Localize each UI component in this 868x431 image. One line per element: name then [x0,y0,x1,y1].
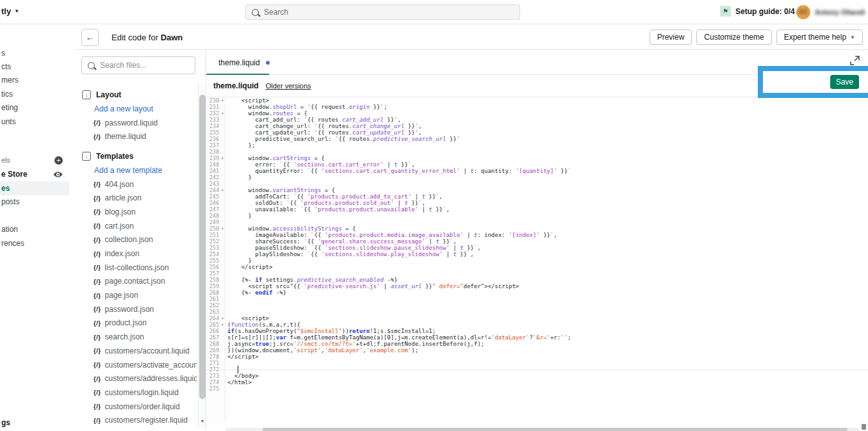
add-channel-icon[interactable]: + [54,156,63,165]
code-line[interactable]: } [227,213,868,219]
file-row[interactable]: {/}customers/activate_account.li [76,358,197,372]
fold-arrow-icon[interactable]: ▾ [219,321,224,328]
fold-arrow-icon[interactable]: ▾ [219,315,224,321]
sidebar-subitem[interactable]: posts [0,195,76,209]
code-line[interactable]: } [227,257,868,264]
sidebar-item[interactable]: tics [0,87,76,101]
code-line[interactable] [227,360,868,366]
file-row[interactable]: {/}product.json [76,316,197,330]
global-search-input[interactable]: Search [245,4,520,20]
search-files-input[interactable]: Search files... [81,56,195,74]
code-line[interactable]: window.cartStrings = { [227,155,868,161]
scrollbar-thumb[interactable] [199,95,206,399]
code-line[interactable]: </html> [227,379,868,386]
code-line[interactable]: error: `{{ 'sections.cart.cart_error' | … [227,161,868,168]
code-line[interactable] [227,296,868,302]
code-line[interactable]: soldOut: `{{ 'products.product.sold_out'… [227,200,868,206]
code-line[interactable]: } [227,174,868,181]
code-line[interactable] [227,219,868,225]
code-line[interactable]: pauseSlideshow: `{{ 'sections.slideshow.… [227,245,868,251]
file-row[interactable]: {/}customers/login.liquid [76,386,197,400]
code-line[interactable]: <script> [227,97,868,104]
expert-theme-help-button[interactable]: Expert theme help▼ [776,29,863,45]
file-row[interactable]: {/}customers/register.liquid [76,413,197,427]
code-line[interactable]: window.variantStrings = { [227,187,868,193]
code-line[interactable]: </script> [227,264,868,270]
file-row[interactable]: {/}search.json [76,330,197,344]
code-line[interactable]: (function(s,m,a,r,t){ [227,321,868,328]
fold-arrow-icon[interactable]: ▾ [219,155,224,161]
fold-arrow-icon[interactable]: ▾ [219,225,224,232]
file-row[interactable]: {/}password.liquid [76,116,197,130]
code-line[interactable]: if(s.hasOwnProperty("$smcInstall"))retur… [227,328,868,334]
fullscreen-icon[interactable] [850,56,860,65]
code-line[interactable]: j.async=true;j.src='//smct.co/tm/?t='+t+… [227,341,868,347]
code-line[interactable]: quantityError: `{{ 'sections.cart.cart_q… [227,168,868,174]
file-row[interactable]: {/}customers/addresses.liquid [76,371,197,386]
older-versions-link[interactable]: Older versions [266,82,311,90]
code-line[interactable]: window.shopUrl = '{{ request.origin }}'; [227,104,868,110]
tab-theme-liquid[interactable]: theme.liquid [206,50,282,75]
code-line[interactable]: }; [227,142,868,149]
store-switcher[interactable]: tly ▼ [1,6,19,16]
code-line[interactable]: unavailable: `{{ 'products.product.unava… [227,206,868,213]
scrollbar-down-arrow[interactable]: ▼ [199,417,206,426]
user-menu[interactable]: AC Antony Oliandi [796,5,865,19]
code-line[interactable]: <script> [227,315,868,321]
add-new-file-link[interactable]: Add a new template [76,163,197,177]
scrollbar-thumb[interactable] [263,428,848,431]
sidebar-item[interactable]: cts [0,60,76,73]
code-line[interactable]: </body> [227,373,868,379]
code-line[interactable]: s[r]=s[r]||[];var f=m.getElementsByTagNa… [227,334,868,341]
sidebar-item-settings[interactable]: gs [1,418,10,427]
setup-guide-button[interactable]: ⚑ Setup guide: 0/4 [720,6,795,17]
code-line[interactable]: {%- endif -%} [227,289,868,296]
code-line[interactable]: cart_change_url: '{{ routes.cart_change_… [227,123,868,129]
sidebar-subitem[interactable] [0,209,76,223]
file-row[interactable]: {/}page.json [76,288,197,302]
file-row[interactable]: {/}customers/account.liquid [76,344,197,358]
file-row[interactable]: {/}customers/order.liquid [76,400,197,414]
save-button[interactable]: Save [830,75,859,89]
file-row[interactable]: {/}theme.liquid [76,129,197,143]
file-row[interactable]: {/}index.json [76,247,197,261]
code-line[interactable]: addToCart: `{{ 'products.product.add_to_… [227,193,868,200]
sidebar-item[interactable]: unts [0,115,76,128]
code-line[interactable]: })(window,document,'script','dataLayer',… [227,347,868,354]
view-store-eye-icon[interactable] [53,170,63,181]
code-line[interactable]: predictive_search_url: '{{ routes.predic… [227,136,868,142]
preview-button[interactable]: Preview [650,29,692,45]
fold-arrow-icon[interactable]: ▾ [219,97,224,104]
back-button[interactable]: ← [81,29,99,46]
sidebar-subitem[interactable]: rences [0,236,76,250]
code-lines[interactable]: <script> window.shopUrl = '{{ request.or… [225,97,868,421]
sidebar-item[interactable]: s [0,46,76,60]
code-line[interactable]: cart_add_url: '{{ routes.cart_add_url }}… [227,117,868,123]
file-list-scrollbar[interactable]: ▼ [198,83,206,428]
code-line[interactable] [227,270,868,277]
code-line[interactable] [227,309,868,315]
code-line[interactable]: {%- if settings.predictive_search_enable… [227,277,868,283]
code-line[interactable]: window.accessibilityStrings = { [227,225,868,232]
file-row[interactable]: {/}collection.json [76,233,197,247]
code-line[interactable]: cart_update_url: '{{ routes.cart_update_… [227,129,868,136]
horizontal-scrollbar[interactable] [225,428,859,431]
code-line[interactable]: playSlideshow: `{{ 'sections.slideshow.p… [227,251,868,257]
code-line[interactable] [227,181,868,187]
code-line[interactable] [227,302,868,309]
file-row[interactable]: {/}404.json [76,177,197,191]
file-row[interactable]: {/}list-collections.json [76,261,197,275]
sidebar-item-online-store[interactable]: e Store [0,167,76,181]
code-line[interactable]: imageAvailable: `{{ 'products.product.me… [227,232,868,238]
sidebar-item[interactable]: eting [0,101,76,115]
code-line[interactable]: <script src="{{ 'predictive-search.js' |… [227,283,868,289]
file-row[interactable]: {/}blog.json [76,205,197,219]
file-section-header[interactable]: ↓Layout [76,88,197,102]
file-row[interactable]: {/}article.json [76,191,197,205]
sidebar-subitem[interactable]: ation [0,223,76,237]
fold-arrow-icon[interactable]: ▾ [219,187,224,193]
code-area[interactable]: 230▾231232▾233234235236237238239▾2402412… [206,97,868,421]
fold-arrow-icon[interactable]: ▾ [219,110,224,117]
file-row[interactable]: {/}page.contact.json [76,275,197,289]
add-new-file-link[interactable]: Add a new layout [76,102,197,116]
